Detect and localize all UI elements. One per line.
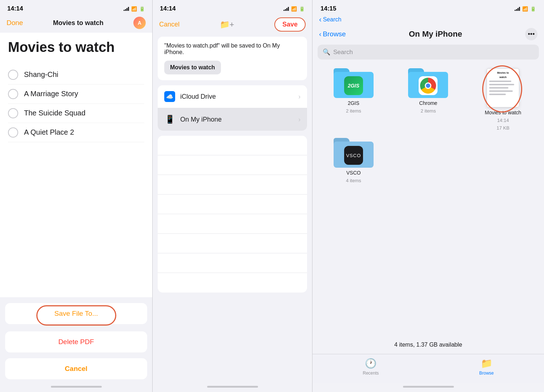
icloud-label: iCloud Drive xyxy=(180,93,293,101)
location-icloud[interactable]: ☁️ iCloud Drive › xyxy=(158,85,307,108)
chevron-right-icon: › xyxy=(298,93,301,101)
status-bar-3: 14:15 📶 🔋 xyxy=(313,0,544,15)
home-indicator-2 xyxy=(207,386,258,388)
search-input[interactable]: Search xyxy=(333,49,353,56)
signal-icon-3 xyxy=(515,7,520,11)
storage-info: 4 items, 1.37 GB available xyxy=(313,338,544,354)
folder-shape-chrome xyxy=(408,68,448,98)
list-item-text: A Quiet Place 2 xyxy=(24,128,74,136)
empty-row xyxy=(158,273,307,293)
checkbox-1[interactable] xyxy=(8,89,18,99)
signal-icon-2 xyxy=(283,7,289,11)
back-search-label[interactable]: Search xyxy=(323,16,342,23)
empty-row xyxy=(158,214,307,234)
battery-icon: 🔋 xyxy=(139,6,145,12)
folder-name-vsco: VSCO xyxy=(346,170,361,176)
status-icons-2: 📶 🔋 xyxy=(283,6,305,12)
save-desc-text: "Movies to watch.pdf" will be saved to O… xyxy=(164,42,301,56)
checkbox-3[interactable] xyxy=(8,127,18,138)
status-icons-1: 📶 🔋 xyxy=(124,6,145,12)
time-3: 14:15 xyxy=(321,5,336,12)
list-item[interactable]: A Quiet Place 2 xyxy=(8,123,144,142)
list-item[interactable]: A Marriage Story xyxy=(8,85,144,104)
wifi-icon-3: 📶 xyxy=(522,6,528,12)
list-item[interactable]: Shang-Chi xyxy=(8,65,144,85)
todo-list: Shang-Chi A Marriage Story The Suicide S… xyxy=(8,65,144,142)
avatar[interactable]: A xyxy=(133,17,146,29)
more-button[interactable]: ••• xyxy=(525,28,537,40)
back-chevron-icon: ‹ xyxy=(319,30,321,38)
wifi-icon-2: 📶 xyxy=(291,6,297,12)
panel-notes: 14:14 📶 🔋 Done Movies to watch A Movies … xyxy=(0,0,153,392)
back-search-row: ‹ Search xyxy=(313,15,544,26)
tab-recents[interactable]: 🕐 Recents xyxy=(363,358,379,376)
browse-icon: 📁 xyxy=(481,358,492,369)
bottom-actions: Save File To... Delete PDF Cancel xyxy=(0,297,152,383)
back-arrow-icon: ‹ xyxy=(319,15,322,24)
save-button-header[interactable]: Save xyxy=(274,17,306,32)
tab-browse[interactable]: 📁 Browse xyxy=(479,358,494,376)
tab-recents-label: Recents xyxy=(363,371,379,376)
save-file-button[interactable]: Save File To... xyxy=(5,303,147,324)
file-meta-movies-size: 17 KB xyxy=(496,125,509,131)
icloud-icon: ☁️ xyxy=(164,91,175,102)
folder-vsco[interactable]: VSCO VSCO 4 items xyxy=(320,138,387,183)
empty-row xyxy=(158,195,307,214)
folder-chrome[interactable]: Chrome 2 items xyxy=(395,68,462,131)
empty-row xyxy=(158,136,307,155)
folder-meta-2gis: 2 items xyxy=(346,108,361,114)
save-sheet-header: Cancel 📁+ Save xyxy=(153,15,312,37)
files-grid: 2GIS 2GIS 2 items Chrome 2 items Movies … xyxy=(313,65,544,191)
file-movies-pdf[interactable]: Movies to watch Movies to watch 14:14 17… xyxy=(469,68,537,131)
list-item-text: Shang-Chi xyxy=(24,70,59,79)
status-bar-1: 14:14 📶 🔋 xyxy=(0,0,152,15)
cancel-button-p1[interactable]: Cancel xyxy=(5,358,147,379)
location-list: ☁️ iCloud Drive › 📱 On My iPhone › xyxy=(158,85,307,131)
file-meta-movies-time: 14:14 xyxy=(497,118,509,123)
list-item-text: A Marriage Story xyxy=(24,90,78,98)
search-icon: 🔍 xyxy=(323,48,330,56)
search-bar[interactable]: 🔍 Search xyxy=(318,45,539,60)
checkbox-0[interactable] xyxy=(8,70,18,80)
battery-icon-2: 🔋 xyxy=(299,6,305,12)
cancel-link[interactable]: Cancel xyxy=(159,21,180,28)
empty-row xyxy=(158,253,307,273)
folder-meta-chrome: 2 items xyxy=(421,108,436,114)
empty-row xyxy=(158,155,307,175)
chrome-app-icon xyxy=(419,76,438,95)
note-heading: Movies to watch xyxy=(8,40,144,55)
empty-row xyxy=(158,234,307,253)
recents-icon: 🕐 xyxy=(365,358,376,369)
new-folder-icon[interactable]: 📁+ xyxy=(220,20,234,29)
pdf-container: Movies to watch xyxy=(487,68,519,107)
file-name-movies: Movies to watch xyxy=(485,110,521,115)
list-item-text: The Suicide Squad xyxy=(24,109,85,117)
files-title: On My iPhone xyxy=(409,29,462,39)
home-indicator-3 xyxy=(403,386,454,388)
save-location-tag[interactable]: Movies to watch xyxy=(164,61,221,74)
browse-back-button[interactable]: ‹ Browse xyxy=(319,30,346,38)
iphone-icon: 📱 xyxy=(164,114,175,125)
folder-shape-2gis: 2GIS xyxy=(334,68,374,98)
time-2: 14:14 xyxy=(160,5,176,12)
folder-meta-vsco: 4 items xyxy=(346,178,361,183)
done-button[interactable]: Done xyxy=(7,19,23,27)
status-bar-2: 14:14 📶 🔋 xyxy=(153,0,312,15)
home-indicator xyxy=(51,386,102,388)
panel-save-sheet: 14:14 📶 🔋 Cancel 📁+ Save "Movies to watc… xyxy=(153,0,313,392)
browse-label: Browse xyxy=(323,30,346,38)
tab-browse-label: Browse xyxy=(479,371,494,376)
checkbox-2[interactable] xyxy=(8,108,18,118)
battery-icon-3: 🔋 xyxy=(530,6,536,12)
location-iphone[interactable]: 📱 On My iPhone › xyxy=(158,108,307,131)
time-1: 14:14 xyxy=(7,5,23,12)
save-header-center: 📁+ xyxy=(220,20,234,29)
delete-pdf-button[interactable]: Delete PDF xyxy=(5,331,147,352)
list-item[interactable]: The Suicide Squad xyxy=(8,104,144,123)
wifi-icon: 📶 xyxy=(131,6,137,12)
folder-name-2gis: 2GIS xyxy=(348,100,359,106)
empty-row xyxy=(158,175,307,195)
panel-files: 14:15 📶 🔋 ‹ Search ‹ Browse On My iPhone… xyxy=(313,0,544,392)
note-nav-title: Movies to watch xyxy=(53,19,104,27)
folder-2gis[interactable]: 2GIS 2GIS 2 items xyxy=(320,68,387,131)
